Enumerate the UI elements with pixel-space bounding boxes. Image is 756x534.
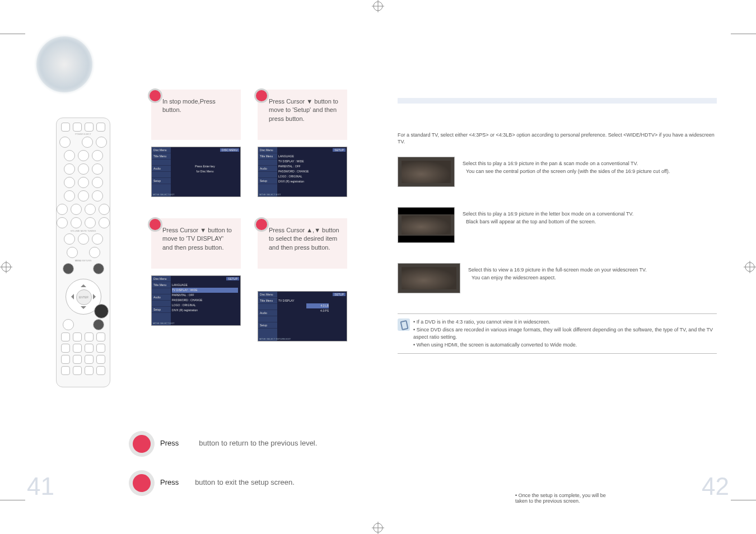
info-line: • When using HDMI, the screen is automat…: [398, 341, 717, 349]
return-line: Press button to return to the previous l…: [129, 431, 370, 457]
step-2: Press Cursor ▼ button to move to 'Setup'…: [258, 90, 347, 197]
button-badge-icon: [129, 470, 155, 496]
press-label: Press: [160, 439, 179, 447]
remote-illustration: POWER EJECT VOLUME MUTE TUNING MENU RETU…: [56, 118, 110, 387]
aspect-text: You can enjoy the widescreen aspect.: [468, 274, 717, 282]
step-instruction: Press Cursor ▼ button to move to 'TV DIS…: [151, 218, 241, 269]
intro-text: For a standard TV, select either <4:3PS>…: [398, 132, 717, 145]
aspect-option-4-3-ps: Select this to play a 16:9 picture in th…: [398, 157, 717, 187]
aspect-option-4-3-lb: Select this to play a 16:9 picture in th…: [398, 207, 717, 243]
aspect-text: Select this to play a 16:9 picture in th…: [463, 210, 717, 218]
crop-mark: [0, 500, 25, 517]
page-number-right: 42: [702, 472, 729, 500]
step-instruction: Press Cursor ▲,▼ button to select the de…: [258, 218, 347, 269]
osd-screenshot: Disc Menu Title Menu Audio Setup SETUP L…: [258, 147, 347, 197]
step-1: In stop mode,Press button. Disc Menu Tit…: [151, 90, 241, 197]
registration-mark-icon: [0, 261, 12, 273]
registration-mark-icon: [372, 0, 384, 12]
step-number-badge: [148, 88, 162, 103]
step-instruction: Press Cursor ▼ button to move to 'Setup'…: [258, 90, 347, 140]
step-number-badge: [148, 217, 162, 232]
exit-text: button to exit the setup screen.: [195, 478, 295, 486]
aspect-option-wide: Select this to view a 16:9 picture in th…: [398, 263, 717, 293]
button-badge-icon: [129, 431, 155, 457]
tv-thumbnail: [398, 207, 455, 243]
crop-mark: [731, 500, 756, 517]
return-text: button to return to the previous level.: [199, 439, 317, 447]
aspect-text: You can see the central portion of the s…: [463, 168, 717, 176]
tv-thumbnail: [398, 263, 460, 293]
page-spine: [378, 34, 379, 500]
step-4: Press Cursor ▲,▼ button to select the de…: [258, 218, 347, 341]
setup-note: • Once the setup is complete, you will b…: [515, 493, 610, 504]
info-line: • Since DVD discs are recorded in variou…: [398, 326, 717, 341]
step-number-badge: [254, 217, 269, 232]
step-instruction: In stop mode,Press button.: [151, 90, 241, 140]
osd-screenshot: Disc Menu Title Menu Audio Setup SETUP T…: [258, 291, 347, 341]
registration-mark-icon: [744, 261, 756, 273]
info-line: • If a DVD is in the 4:3 ratio, you cann…: [398, 318, 717, 326]
crop-mark: [731, 17, 756, 34]
aspect-text: Black bars will appear at the top and bo…: [463, 218, 717, 226]
tv-thumbnail: [398, 157, 455, 187]
step-number-badge: [254, 88, 269, 103]
press-label: Press: [160, 478, 179, 486]
page-number-left: 41: [27, 472, 54, 500]
exit-line: Press button to exit the setup screen.: [129, 470, 370, 496]
remote-dpad: ENTER: [66, 279, 101, 315]
osd-screenshot: Disc Menu Title Menu Audio Setup DISC ME…: [151, 147, 241, 197]
registration-mark-icon: [372, 522, 384, 534]
info-box: • If a DVD is in the 4:3 ratio, you cann…: [398, 313, 717, 354]
osd-screenshot: Disc Menu Title Menu Audio Setup SETUP L…: [151, 275, 241, 326]
aspect-text: Select this to view a 16:9 picture in th…: [468, 266, 717, 274]
section-title-bar: [398, 98, 717, 104]
crop-mark: [0, 17, 25, 34]
step-3: Press Cursor ▼ button to move to 'TV DIS…: [151, 218, 241, 326]
note-icon: [398, 318, 410, 331]
aspect-text: Select this to play a 16:9 picture in th…: [463, 160, 717, 168]
brand-logo: [34, 34, 101, 101]
